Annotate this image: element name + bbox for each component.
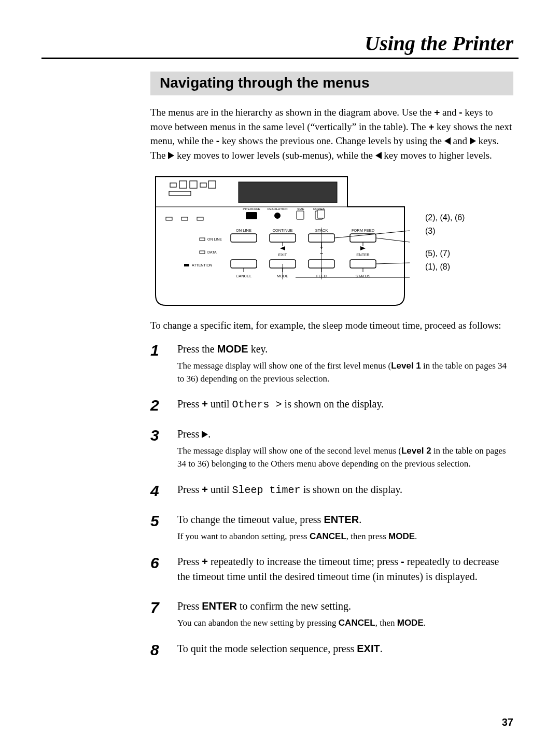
step-number: 3 <box>150 427 166 470</box>
page-title: Using the Printer <box>41 31 519 55</box>
label-resolution: RESOLUTION <box>267 207 287 210</box>
display-text: Others > <box>232 399 282 411</box>
step-number: 7 <box>150 599 166 630</box>
svg-rect-19 <box>231 234 257 242</box>
text: Press <box>177 398 202 410</box>
triangle-right-icon <box>470 137 476 145</box>
svg-rect-10 <box>239 182 337 203</box>
text: . <box>380 643 383 654</box>
intro-text: and <box>451 135 470 146</box>
plus-key: + <box>202 484 208 495</box>
key-exit: EXIT <box>357 643 380 654</box>
step-item: 5 To change the timeout value, press ENT… <box>150 512 513 543</box>
text: You can abandon the new setting by press… <box>177 618 339 628</box>
annotation-row: (2), (4), (6) <box>425 211 465 224</box>
printer-panel-figure: INTERFACE RESOLUTION SIZE COPIES ON LINE <box>150 176 513 308</box>
text: is shown on the display. <box>301 484 402 495</box>
plus-key: + <box>434 107 440 118</box>
text: key. <box>248 343 268 355</box>
text: is shown on the display. <box>282 398 384 410</box>
triangle-right-icon <box>168 152 174 159</box>
intro-text: and <box>440 107 459 118</box>
text: Press the <box>177 343 217 355</box>
step-sub: You can abandon the new setting by press… <box>177 617 513 630</box>
key-enter: ENTER <box>202 600 237 612</box>
minus-key: - <box>401 556 404 567</box>
svg-rect-13 <box>297 211 304 219</box>
section-heading: Navigating through the menus <box>150 72 513 95</box>
step-item: 3 Press . The message display will show … <box>150 427 513 470</box>
text: , then <box>375 618 397 628</box>
page-number: 37 <box>502 716 513 728</box>
label-attention: ATTENTION <box>192 263 212 267</box>
triangle-left-icon <box>375 152 382 159</box>
triangle-left-icon <box>444 137 451 145</box>
step-main: Press . <box>177 427 513 442</box>
printer-panel-svg: INTERFACE RESOLUTION SIZE COPIES ON LINE <box>150 176 410 308</box>
step-number: 6 <box>150 554 166 587</box>
label-formfeed: FORM FEED <box>352 228 375 233</box>
text: Press <box>177 600 202 612</box>
step-main: To change the timeout value, press ENTER… <box>177 512 513 527</box>
svg-rect-18 <box>184 264 189 266</box>
header-rule <box>41 58 519 59</box>
key-cancel: CANCEL <box>339 618 375 628</box>
step-item: 4 Press + until Sleep timer is shown on … <box>150 482 513 501</box>
step-number: 8 <box>150 641 166 659</box>
step-sub: If you want to abandon setting, press CA… <box>177 530 513 543</box>
label-size: SIZE <box>297 207 304 210</box>
svg-rect-28 <box>350 260 376 268</box>
step-sub: The message display will show one of the… <box>177 445 513 470</box>
key-enter: ENTER <box>324 514 359 525</box>
text: The message display will show one of the… <box>177 361 391 371</box>
text: until <box>208 398 232 410</box>
steps-list: 1 Press the MODE key. The message displa… <box>150 342 513 659</box>
level-label: Level 2 <box>401 446 431 456</box>
level-label: Level 1 <box>391 361 421 371</box>
intro-text: The menus are in the hierarchy as shown … <box>150 107 434 118</box>
step-item: 8 To quit the mode selection sequence, p… <box>150 641 513 659</box>
text: The message display will show one of the… <box>177 446 401 456</box>
key-mode: MODE <box>388 531 415 541</box>
label-online-led: ON LINE <box>207 237 222 241</box>
label-cancel: CANCEL <box>236 274 251 278</box>
step-main: To quit the mode selection sequence, pre… <box>177 641 513 656</box>
label-status: STATUS <box>356 274 370 278</box>
display-text: Sleep timer <box>232 484 301 496</box>
key-mode: MODE <box>217 343 248 355</box>
step-item: 1 Press the MODE key. The message displa… <box>150 342 513 385</box>
step-item: 6 Press + repeatedly to increase the tim… <box>150 554 513 587</box>
step-number: 2 <box>150 397 166 415</box>
svg-rect-11 <box>246 212 257 219</box>
step-main: Press + until Sleep timer is shown on th… <box>177 482 513 498</box>
intro-text: key shows the previous one. Change level… <box>219 135 444 146</box>
svg-rect-15 <box>317 210 325 218</box>
panel-annotations: (2), (4), (6) (3) (5), (7) (1), (8) <box>425 211 465 273</box>
text: . <box>415 531 417 541</box>
text: Press <box>177 556 202 567</box>
key-mode: MODE <box>397 618 424 628</box>
intro-text: key moves to higher levels. <box>382 150 492 161</box>
text: to confirm the new setting. <box>237 600 351 612</box>
text: Press <box>177 428 202 440</box>
svg-rect-20 <box>270 234 296 242</box>
step-number: 4 <box>150 482 166 501</box>
label-exit: EXIT <box>278 252 287 257</box>
label-interface: INTERFACE <box>243 207 260 210</box>
text: . <box>424 618 426 628</box>
key-cancel: CANCEL <box>310 531 346 541</box>
text: until <box>208 484 232 495</box>
step-main: Press + until Others > is shown on the d… <box>177 397 513 412</box>
lead-in-paragraph: To change a specific item, for example, … <box>150 320 513 331</box>
plus-key: + <box>202 556 208 567</box>
text: To change the timeout value, press <box>177 514 324 525</box>
intro-paragraph: The menus are in the hierarchy as shown … <box>150 105 513 162</box>
plus-key: + <box>202 398 208 410</box>
step-main: Press + repeatedly to increase the timeo… <box>177 554 513 584</box>
annotation-row: (5), (7) <box>425 247 465 260</box>
text: repeatedly to increase the timeout time;… <box>208 556 401 567</box>
text: If you want to abandon setting, press <box>177 531 310 541</box>
step-number: 5 <box>150 512 166 543</box>
plus-key: + <box>428 121 434 132</box>
step-item: 7 Press ENTER to confirm the new setting… <box>150 599 513 630</box>
